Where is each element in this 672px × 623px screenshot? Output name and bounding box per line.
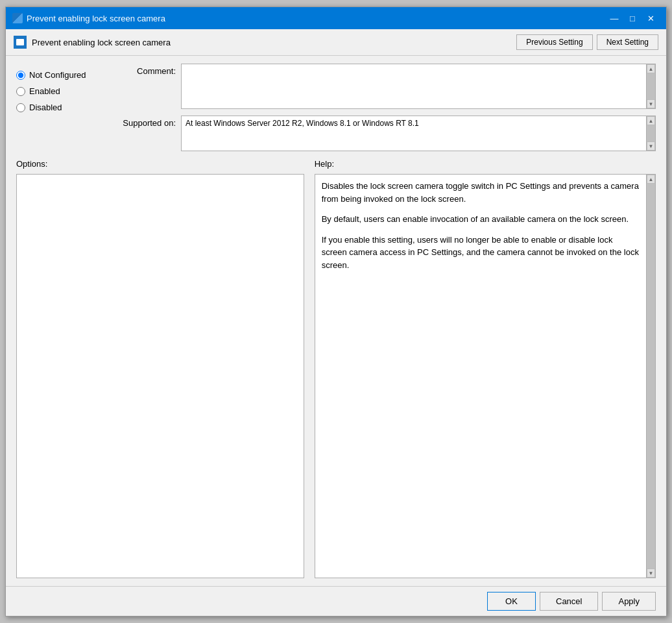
dialog-header-buttons: Previous Setting Next Setting [516, 34, 658, 50]
radio-not-configured-input[interactable] [16, 71, 25, 80]
supported-scroll-up[interactable]: ▲ [647, 116, 655, 125]
comment-scroll-down[interactable]: ▼ [647, 99, 655, 108]
section-headers: Options: Help: [16, 159, 656, 169]
maximize-button[interactable]: □ [623, 11, 642, 25]
radio-enabled-input[interactable] [16, 87, 25, 96]
options-help-section: Disables the lock screen camera toggle s… [16, 174, 656, 578]
supported-scrollbar-wrapper: At least Windows Server 2012 R2, Windows… [181, 116, 656, 151]
options-header-label: Options: [16, 159, 304, 169]
next-setting-button[interactable]: Next Setting [597, 34, 658, 50]
supported-scroll-down[interactable]: ▼ [647, 141, 655, 151]
supported-scrollbar: ▲ ▼ [647, 116, 656, 151]
comment-scrollbar: ▲ ▼ [647, 64, 656, 109]
comment-field-group: Comment: ▲ ▼ [117, 64, 656, 109]
policy-icon [14, 36, 27, 49]
supported-scroll-thumb[interactable] [647, 125, 655, 141]
dialog-header: Prevent enabling lock screen camera Prev… [6, 29, 666, 56]
title-bar: Prevent enabling lock screen camera — □ … [6, 7, 666, 29]
help-scrollbar: ▲ ▼ [647, 174, 656, 578]
minimize-button[interactable]: — [605, 11, 623, 25]
cancel-button[interactable]: Cancel [540, 592, 598, 611]
help-scroll-up[interactable]: ▲ [647, 175, 655, 184]
radio-group: Not Configured Enabled Disabled [16, 64, 107, 151]
comment-scrollbar-wrapper: ▲ ▼ [181, 64, 656, 109]
previous-setting-button[interactable]: Previous Setting [516, 34, 592, 50]
radio-disabled-input[interactable] [16, 103, 25, 112]
ok-button[interactable]: OK [487, 592, 536, 611]
title-bar-left: Prevent enabling lock screen camera [12, 13, 165, 23]
top-section: Not Configured Enabled Disabled Comment: [16, 64, 656, 151]
help-para-1: Disables the lock screen camera toggle s… [322, 180, 640, 205]
close-button[interactable]: ✕ [642, 11, 660, 25]
dialog-body: Not Configured Enabled Disabled Comment: [6, 56, 666, 586]
right-section: Comment: ▲ ▼ Supported on: At least [117, 64, 656, 151]
help-box: Disables the lock screen camera toggle s… [315, 174, 647, 578]
options-box [16, 174, 304, 578]
options-pane [16, 174, 304, 578]
dialog-header-title: Prevent enabling lock screen camera [32, 38, 171, 47]
radio-not-configured-label: Not Configured [29, 70, 86, 80]
window-icon [12, 13, 23, 23]
help-scroll-down[interactable]: ▼ [647, 568, 655, 578]
main-window: Prevent enabling lock screen camera — □ … [5, 6, 667, 617]
dialog-header-left: Prevent enabling lock screen camera [14, 36, 171, 49]
comment-label: Comment: [117, 64, 176, 76]
comment-textarea[interactable] [181, 64, 647, 109]
comment-scroll-thumb[interactable] [647, 73, 655, 99]
supported-text: At least Windows Server 2012 R2, Windows… [181, 116, 647, 151]
apply-button[interactable]: Apply [602, 592, 656, 611]
supported-label: Supported on: [117, 116, 176, 128]
radio-disabled-label: Disabled [29, 103, 62, 112]
radio-not-configured[interactable]: Not Configured [16, 70, 107, 80]
radio-disabled[interactable]: Disabled [16, 103, 107, 112]
window-title: Prevent enabling lock screen camera [27, 14, 165, 23]
help-scrollbar-wrapper: Disables the lock screen camera toggle s… [315, 174, 656, 578]
radio-enabled-label: Enabled [29, 86, 60, 96]
help-header-label: Help: [315, 159, 656, 169]
supported-field-group: Supported on: At least Windows Server 20… [117, 116, 656, 151]
help-para-3: If you enable this setting, users will n… [322, 234, 640, 272]
title-bar-controls: — □ ✕ [605, 11, 660, 25]
help-scroll-thumb[interactable] [647, 184, 655, 568]
radio-enabled[interactable]: Enabled [16, 86, 107, 96]
help-para-2: By default, users can enable invocation … [322, 213, 640, 226]
dialog-footer: OK Cancel Apply [6, 586, 666, 616]
comment-scroll-up[interactable]: ▲ [647, 64, 655, 73]
help-pane: Disables the lock screen camera toggle s… [315, 174, 656, 578]
